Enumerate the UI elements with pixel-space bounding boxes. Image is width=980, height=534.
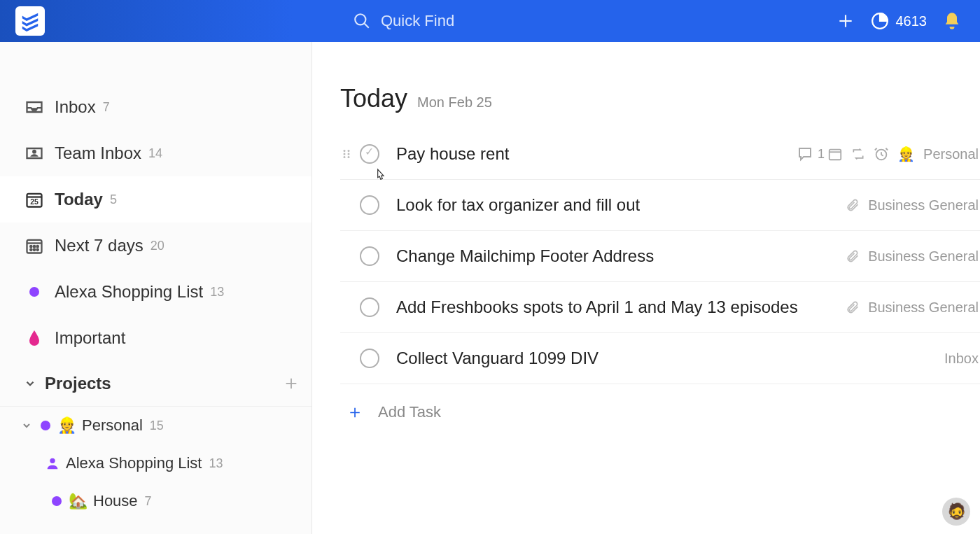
task-project-label[interactable]: Inbox [944,351,979,367]
svg-text:25: 25 [30,197,38,206]
sidebar-item-today[interactable]: 25 Today 5 [0,176,312,223]
svg-point-14 [30,249,31,251]
comment-count: 1 [818,147,825,162]
sidebar-label: Alexa Shopping List [55,282,203,302]
task-project-label[interactable]: Personal [923,146,979,162]
task-row[interactable]: Pay house rent 1 👷 Personal [340,129,980,180]
calendar-icon [24,235,45,256]
task-checkbox[interactable] [360,195,379,215]
svg-point-13 [37,246,38,247]
sidebar-label: Next 7 days [55,236,144,255]
paperclip-icon [846,198,860,212]
sidebar-count: 13 [210,285,224,300]
task-title: Change Mailchimp Footer Address [396,246,846,266]
svg-line-30 [881,155,883,156]
task-project-label[interactable]: Business General [868,300,979,316]
svg-point-15 [34,249,35,251]
sidebar-label: Today [55,190,103,209]
task-row[interactable]: Change Mailchimp Footer Address Business… [340,231,980,282]
sidebar-item-team-inbox[interactable]: Team Inbox 14 [0,130,312,176]
project-label: Personal [82,416,143,435]
svg-point-23 [348,153,350,155]
app-logo[interactable] [15,6,45,36]
svg-line-32 [886,148,888,150]
add-task-button[interactable]: ＋ Add Task [340,384,980,424]
task-checkbox[interactable] [360,349,379,368]
task-checkbox[interactable] [360,144,379,164]
view-heading: Today Mon Feb 25 [340,84,980,113]
sidebar-label: Team Inbox [55,143,141,163]
comment-icon [797,146,813,162]
sidebar-item-inbox[interactable]: Inbox 7 [0,84,312,130]
sidebar-label: Inbox [55,97,96,117]
notifications-button[interactable] [941,10,963,32]
user-avatar[interactable]: 🧔 [942,498,970,526]
subproject-count: 7 [145,494,152,509]
karma-icon [871,12,889,30]
subproject-label: Alexa Shopping List [66,454,202,472]
svg-point-5 [32,150,36,154]
inbox-icon [24,97,45,118]
svg-point-25 [348,156,350,158]
svg-point-0 [355,14,365,24]
worker-emoji-icon: 👷 [57,416,76,435]
drop-icon [24,328,45,349]
house-emoji-icon: 🏡 [69,492,88,510]
projects-header[interactable]: Projects [0,361,312,407]
sidebar: Inbox 7 Team Inbox 14 25 Today 5 Next 7 … [0,42,312,534]
sidebar-label: Important [55,328,125,348]
karma-count: 4613 [896,13,927,29]
svg-point-20 [344,150,346,152]
bell-icon [942,11,962,31]
filter-dot-icon [24,281,45,302]
svg-point-11 [30,246,31,247]
subproject-label: House [93,492,138,510]
svg-line-1 [364,23,369,28]
task-project-label[interactable]: Business General [868,248,979,265]
svg-point-21 [348,150,350,152]
add-project-button[interactable] [284,376,299,391]
task-row[interactable]: Collect Vanguard 1099 DIV Inbox [340,333,980,384]
search[interactable] [353,12,521,30]
task-row[interactable]: Look for tax organizer and fill out Busi… [340,180,980,231]
task-title: Collect Vanguard 1099 DIV [396,349,944,368]
top-bar: 4613 [0,0,980,42]
svg-line-31 [875,148,877,150]
drag-handle-icon[interactable] [340,148,356,160]
svg-point-24 [344,156,346,158]
svg-point-16 [37,249,38,251]
sidebar-count: 20 [150,239,164,253]
sidebar-count: 5 [110,192,117,207]
worker-emoji-icon: 👷 [897,146,915,162]
task-checkbox[interactable] [360,246,379,266]
svg-point-22 [344,153,346,155]
subproject-item-house[interactable]: 🏡 House 7 [0,482,312,520]
task-project-label[interactable]: Business General [868,197,979,213]
team-inbox-icon [24,143,45,164]
person-icon [45,456,60,471]
project-item-personal[interactable]: 👷 Personal 15 [0,407,312,444]
sidebar-item-next7days[interactable]: Next 7 days 20 [0,223,312,269]
sidebar-item-filter-important[interactable]: Important [0,315,312,361]
sidebar-count: 14 [148,146,162,161]
quick-add-button[interactable] [834,10,857,32]
reminder-icon[interactable] [874,146,889,162]
search-input[interactable] [381,12,521,30]
svg-point-12 [34,246,35,247]
task-row[interactable]: Add Freshbooks spots to April 1 and May … [340,282,980,333]
project-dot-icon [41,421,50,430]
sidebar-item-filter-alexa[interactable]: Alexa Shopping List 13 [0,269,312,315]
karma-indicator[interactable]: 4613 [871,12,927,30]
chevron-down-icon [24,377,36,390]
subproject-count: 13 [209,456,223,471]
schedule-icon[interactable] [827,146,843,162]
paperclip-icon [846,300,860,314]
svg-rect-26 [830,150,841,160]
repeat-icon[interactable] [851,147,865,161]
search-icon [353,12,371,30]
plus-icon: ＋ [346,400,364,424]
subproject-item-alexa[interactable]: Alexa Shopping List 13 [0,444,312,482]
comment-indicator[interactable]: 1 [797,146,825,162]
task-checkbox[interactable] [360,297,379,317]
sidebar-count: 7 [103,100,110,115]
